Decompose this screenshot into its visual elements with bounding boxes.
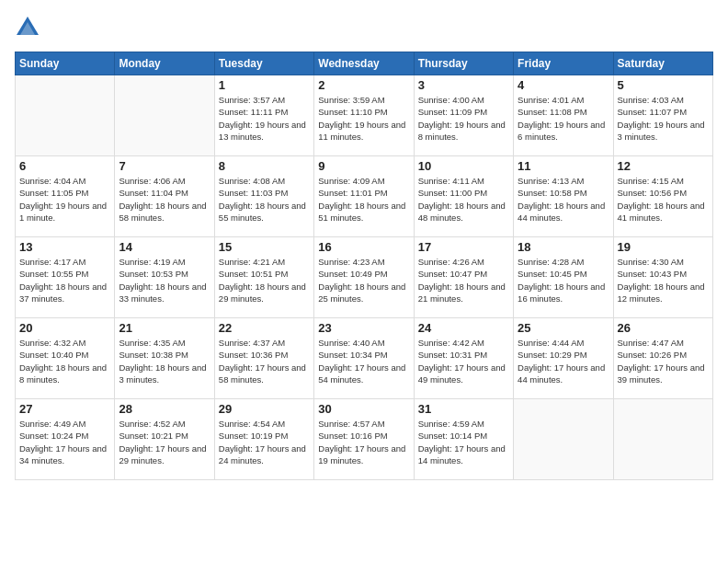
day-header-monday: Monday	[115, 52, 214, 75]
day-info: Sunrise: 4:30 AM Sunset: 10:43 PM Daylig…	[618, 256, 709, 304]
day-info: Sunrise: 4:17 AM Sunset: 10:55 PM Daylig…	[19, 256, 110, 304]
day-number: 29	[219, 402, 310, 416]
day-info: Sunrise: 4:32 AM Sunset: 10:40 PM Daylig…	[19, 337, 110, 385]
week-row-2: 6Sunrise: 4:04 AM Sunset: 11:05 PM Dayli…	[16, 156, 713, 237]
week-row-3: 13Sunrise: 4:17 AM Sunset: 10:55 PM Dayl…	[16, 237, 713, 318]
day-number: 28	[119, 402, 210, 416]
calendar-cell: 16Sunrise: 4:23 AM Sunset: 10:49 PM Dayl…	[314, 237, 414, 318]
day-number: 27	[19, 402, 110, 416]
day-info: Sunrise: 4:21 AM Sunset: 10:51 PM Daylig…	[219, 256, 310, 304]
calendar-cell: 6Sunrise: 4:04 AM Sunset: 11:05 PM Dayli…	[16, 156, 115, 237]
calendar-cell: 31Sunrise: 4:59 AM Sunset: 10:14 PM Dayl…	[414, 399, 513, 480]
day-number: 20	[19, 321, 110, 335]
calendar-cell: 29Sunrise: 4:54 AM Sunset: 10:19 PM Dayl…	[214, 399, 313, 480]
day-header-sunday: Sunday	[16, 52, 115, 75]
day-header-friday: Friday	[514, 52, 613, 75]
day-info: Sunrise: 4:09 AM Sunset: 11:01 PM Daylig…	[318, 175, 409, 224]
calendar-cell: 7Sunrise: 4:06 AM Sunset: 11:04 PM Dayli…	[115, 156, 214, 237]
day-number: 25	[518, 321, 609, 335]
calendar-cell: 30Sunrise: 4:57 AM Sunset: 10:16 PM Dayl…	[314, 399, 414, 480]
day-info: Sunrise: 4:11 AM Sunset: 11:00 PM Daylig…	[418, 175, 509, 224]
day-number: 12	[618, 159, 709, 173]
day-info: Sunrise: 4:19 AM Sunset: 10:53 PM Daylig…	[119, 256, 210, 304]
day-number: 4	[518, 78, 609, 92]
calendar-cell: 18Sunrise: 4:28 AM Sunset: 10:45 PM Dayl…	[514, 237, 613, 318]
calendar-cell: 19Sunrise: 4:30 AM Sunset: 10:43 PM Dayl…	[613, 237, 712, 318]
day-info: Sunrise: 4:49 AM Sunset: 10:24 PM Daylig…	[19, 418, 110, 466]
day-number: 22	[219, 321, 310, 335]
day-info: Sunrise: 4:01 AM Sunset: 11:08 PM Daylig…	[518, 94, 609, 143]
day-info: Sunrise: 4:04 AM Sunset: 11:05 PM Daylig…	[19, 175, 110, 224]
calendar: SundayMondayTuesdayWednesdayThursdayFrid…	[15, 52, 713, 480]
week-row-4: 20Sunrise: 4:32 AM Sunset: 10:40 PM Dayl…	[16, 318, 713, 399]
day-number: 26	[618, 321, 709, 335]
calendar-cell: 20Sunrise: 4:32 AM Sunset: 10:40 PM Dayl…	[16, 318, 115, 399]
day-number: 1	[219, 78, 310, 92]
day-info: Sunrise: 4:52 AM Sunset: 10:21 PM Daylig…	[119, 418, 210, 466]
day-info: Sunrise: 4:08 AM Sunset: 11:03 PM Daylig…	[219, 175, 310, 224]
day-info: Sunrise: 4:15 AM Sunset: 10:56 PM Daylig…	[618, 175, 709, 224]
calendar-cell	[115, 75, 214, 156]
calendar-cell: 21Sunrise: 4:35 AM Sunset: 10:38 PM Dayl…	[115, 318, 214, 399]
day-number: 24	[418, 321, 509, 335]
day-info: Sunrise: 4:54 AM Sunset: 10:19 PM Daylig…	[219, 418, 310, 466]
day-info: Sunrise: 4:06 AM Sunset: 11:04 PM Daylig…	[119, 175, 210, 224]
calendar-cell: 24Sunrise: 4:42 AM Sunset: 10:31 PM Dayl…	[414, 318, 513, 399]
calendar-cell	[613, 399, 712, 480]
week-row-1: 1Sunrise: 3:57 AM Sunset: 11:11 PM Dayli…	[16, 75, 713, 156]
day-info: Sunrise: 4:57 AM Sunset: 10:16 PM Daylig…	[318, 418, 409, 466]
day-info: Sunrise: 4:26 AM Sunset: 10:47 PM Daylig…	[418, 256, 509, 304]
day-info: Sunrise: 4:03 AM Sunset: 11:07 PM Daylig…	[618, 94, 709, 143]
calendar-cell: 9Sunrise: 4:09 AM Sunset: 11:01 PM Dayli…	[314, 156, 414, 237]
calendar-cell: 27Sunrise: 4:49 AM Sunset: 10:24 PM Dayl…	[16, 399, 115, 480]
day-number: 5	[618, 78, 709, 92]
day-info: Sunrise: 4:40 AM Sunset: 10:34 PM Daylig…	[318, 337, 409, 385]
day-info: Sunrise: 4:42 AM Sunset: 10:31 PM Daylig…	[418, 337, 509, 385]
day-number: 17	[418, 240, 509, 254]
day-number: 6	[19, 159, 110, 173]
calendar-cell: 1Sunrise: 3:57 AM Sunset: 11:11 PM Dayli…	[214, 75, 313, 156]
day-header-thursday: Thursday	[414, 52, 513, 75]
logo	[15, 15, 44, 40]
logo-icon	[15, 15, 40, 40]
day-number: 19	[618, 240, 709, 254]
calendar-cell: 3Sunrise: 4:00 AM Sunset: 11:09 PM Dayli…	[414, 75, 513, 156]
day-info: Sunrise: 4:28 AM Sunset: 10:45 PM Daylig…	[518, 256, 609, 304]
day-number: 2	[318, 78, 409, 92]
day-header-saturday: Saturday	[613, 52, 712, 75]
calendar-cell: 5Sunrise: 4:03 AM Sunset: 11:07 PM Dayli…	[613, 75, 712, 156]
day-number: 30	[318, 402, 409, 416]
day-info: Sunrise: 4:35 AM Sunset: 10:38 PM Daylig…	[119, 337, 210, 385]
calendar-cell: 22Sunrise: 4:37 AM Sunset: 10:36 PM Dayl…	[214, 318, 313, 399]
calendar-cell: 2Sunrise: 3:59 AM Sunset: 11:10 PM Dayli…	[314, 75, 414, 156]
day-number: 10	[418, 159, 509, 173]
day-number: 3	[418, 78, 509, 92]
day-info: Sunrise: 4:13 AM Sunset: 10:58 PM Daylig…	[518, 175, 609, 224]
calendar-cell: 28Sunrise: 4:52 AM Sunset: 10:21 PM Dayl…	[115, 399, 214, 480]
day-number: 21	[119, 321, 210, 335]
calendar-cell	[514, 399, 613, 480]
calendar-cell: 14Sunrise: 4:19 AM Sunset: 10:53 PM Dayl…	[115, 237, 214, 318]
day-info: Sunrise: 4:37 AM Sunset: 10:36 PM Daylig…	[219, 337, 310, 385]
calendar-cell: 15Sunrise: 4:21 AM Sunset: 10:51 PM Dayl…	[214, 237, 313, 318]
day-info: Sunrise: 3:59 AM Sunset: 11:10 PM Daylig…	[318, 94, 409, 143]
week-row-5: 27Sunrise: 4:49 AM Sunset: 10:24 PM Dayl…	[16, 399, 713, 480]
day-info: Sunrise: 3:57 AM Sunset: 11:11 PM Daylig…	[219, 94, 310, 143]
day-header-tuesday: Tuesday	[214, 52, 313, 75]
calendar-cell: 11Sunrise: 4:13 AM Sunset: 10:58 PM Dayl…	[514, 156, 613, 237]
day-number: 23	[318, 321, 409, 335]
day-info: Sunrise: 4:59 AM Sunset: 10:14 PM Daylig…	[418, 418, 509, 466]
page: SundayMondayTuesdayWednesdayThursdayFrid…	[0, 0, 728, 563]
day-number: 7	[119, 159, 210, 173]
calendar-cell	[16, 75, 115, 156]
day-number: 16	[318, 240, 409, 254]
calendar-cell: 12Sunrise: 4:15 AM Sunset: 10:56 PM Dayl…	[613, 156, 712, 237]
day-number: 13	[19, 240, 110, 254]
day-number: 31	[418, 402, 509, 416]
day-number: 8	[219, 159, 310, 173]
calendar-cell: 26Sunrise: 4:47 AM Sunset: 10:26 PM Dayl…	[613, 318, 712, 399]
calendar-cell: 4Sunrise: 4:01 AM Sunset: 11:08 PM Dayli…	[514, 75, 613, 156]
day-number: 15	[219, 240, 310, 254]
day-info: Sunrise: 4:47 AM Sunset: 10:26 PM Daylig…	[618, 337, 709, 385]
header-row: SundayMondayTuesdayWednesdayThursdayFrid…	[16, 52, 713, 75]
